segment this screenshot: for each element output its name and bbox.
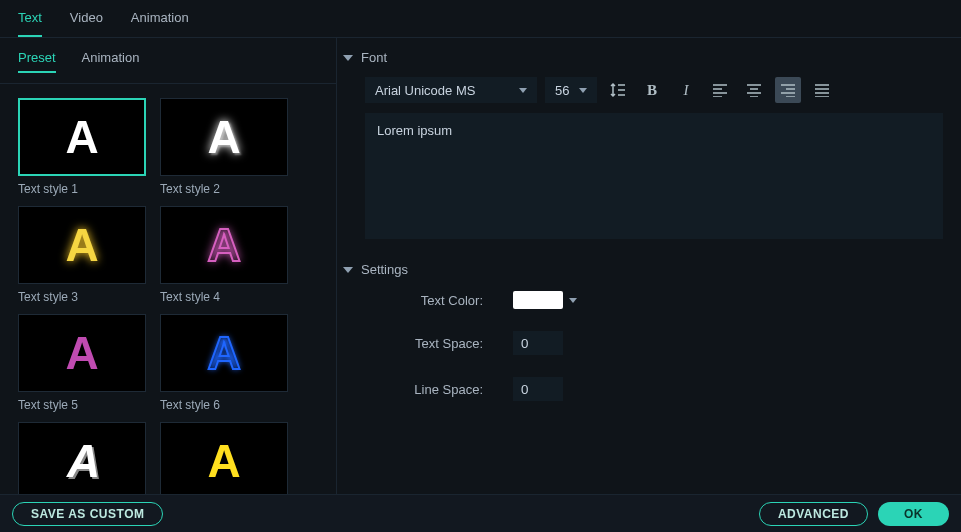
section-font: Font Arial Unicode MS 56 B I [343,44,947,242]
preset-item-6[interactable]: A Text style 6 [160,314,288,412]
preset-label: Text style 6 [160,398,288,412]
text-space-label: Text Space: [403,336,483,351]
left-panel: Preset Animation A Text style 1 A Text s… [0,38,337,494]
body: Preset Animation A Text style 1 A Text s… [0,38,961,494]
tab-video[interactable]: Video [70,10,103,37]
footer: SAVE AS CUSTOM ADVANCED OK [0,494,961,532]
section-settings: Settings Text Color: Text Space: Line Sp… [343,256,947,401]
text-color-label: Text Color: [403,293,483,308]
font-size-value: 56 [555,83,569,98]
preset-item-5[interactable]: A Text style 5 [18,314,146,412]
right-panel: Font Arial Unicode MS 56 B I [337,38,961,494]
chevron-down-icon [343,267,353,273]
align-justify-icon [814,83,830,97]
preset-label: Text style 1 [18,182,146,196]
align-right-icon [780,83,796,97]
save-as-custom-button[interactable]: SAVE AS CUSTOM [12,502,163,526]
align-justify-button[interactable] [809,77,835,103]
font-family-value: Arial Unicode MS [375,83,475,98]
chevron-down-icon [519,88,527,93]
preset-thumb: A [18,314,146,392]
preset-item-4[interactable]: A Text style 4 [160,206,288,304]
preset-item-1[interactable]: A Text style 1 [18,98,146,196]
setting-row-line-space: Line Space: [403,377,947,401]
section-title-font: Font [361,50,387,65]
preset-thumb: A [18,206,146,284]
bold-button[interactable]: B [639,77,665,103]
text-content-input[interactable] [365,113,943,239]
italic-button[interactable]: I [673,77,699,103]
preset-label: Text style 4 [160,290,288,304]
font-toolbar: Arial Unicode MS 56 B I [343,71,947,113]
align-left-icon [712,83,728,97]
line-space-label: Line Space: [403,382,483,397]
line-space-input[interactable] [513,377,563,401]
preset-item-3[interactable]: A Text style 3 [18,206,146,304]
text-color-picker[interactable] [513,291,577,309]
font-size-select[interactable]: 56 [545,77,597,103]
preset-thumb: A [18,98,146,176]
preset-item-8[interactable]: A Text style 8 [160,422,288,494]
settings-body: Text Color: Text Space: Line Space: [343,283,947,401]
chevron-down-icon [569,298,577,303]
align-left-button[interactable] [707,77,733,103]
setting-row-text-color: Text Color: [403,291,947,309]
tab-text[interactable]: Text [18,10,42,37]
chevron-down-icon [343,55,353,61]
line-height-icon [610,82,626,98]
color-swatch [513,291,563,309]
chevron-down-icon [579,88,587,93]
preset-thumb: A [160,98,288,176]
preset-item-2[interactable]: A Text style 2 [160,98,288,196]
font-family-select[interactable]: Arial Unicode MS [365,77,537,103]
preset-label: Text style 3 [18,290,146,304]
setting-row-text-space: Text Space: [403,331,947,355]
section-title-settings: Settings [361,262,408,277]
preset-thumb: A [160,314,288,392]
section-header-settings[interactable]: Settings [343,256,947,283]
preset-grid[interactable]: A Text style 1 A Text style 2 A Text sty… [0,84,336,494]
italic-icon: I [684,82,689,99]
preset-label: Text style 2 [160,182,288,196]
preset-thumb: A [160,206,288,284]
align-center-icon [746,83,762,97]
tab-animation[interactable]: Animation [131,10,189,37]
subtab-animation[interactable]: Animation [82,50,140,73]
main-tabs: Text Video Animation [0,0,961,38]
preset-thumb: A [160,422,288,494]
bold-icon: B [647,82,657,99]
preset-label: Text style 5 [18,398,146,412]
ok-button[interactable]: OK [878,502,949,526]
subtab-preset[interactable]: Preset [18,50,56,73]
align-center-button[interactable] [741,77,767,103]
text-space-input[interactable] [513,331,563,355]
section-header-font[interactable]: Font [343,44,947,71]
preset-thumb: A [18,422,146,494]
line-height-button[interactable] [605,77,631,103]
advanced-button[interactable]: ADVANCED [759,502,868,526]
align-right-button[interactable] [775,77,801,103]
sub-tabs: Preset Animation [0,38,336,84]
preset-item-7[interactable]: A Text style 7 [18,422,146,494]
